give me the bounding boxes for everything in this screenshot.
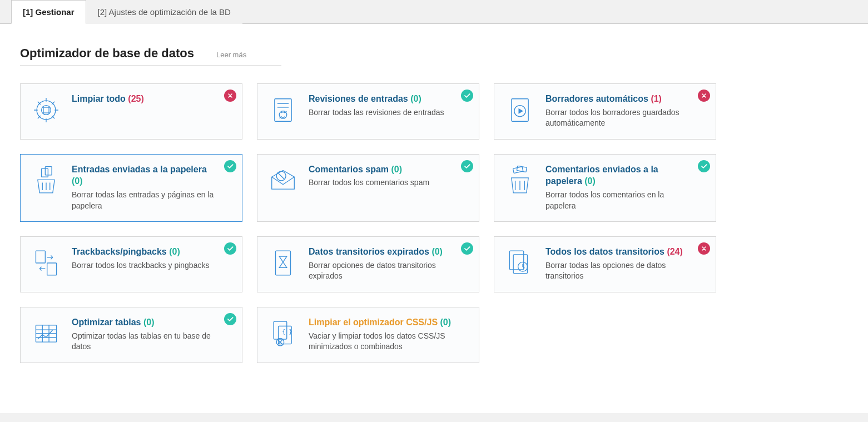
card-title-text: Optimizar tablas: [72, 317, 143, 327]
card-description: Borrar todos los borradores guardados au…: [545, 107, 693, 129]
card-description: Borrar todos los comentarios en la papel…: [545, 190, 693, 211]
card-body: Borradores automáticos (1)Borrar todos l…: [545, 93, 706, 129]
card-trash-comments[interactable]: Comentarios enviados a la papelera (0)Bo…: [494, 154, 716, 222]
svg-rect-17: [513, 166, 523, 173]
card-description: Vaciar y limpiar todos los datos CSS/JS …: [309, 331, 457, 353]
check-icon: [461, 90, 473, 102]
card-title-text: Comentarios enviados a la papelera: [545, 165, 658, 186]
gear-cube-icon: [31, 93, 62, 129]
card-count: (0): [143, 317, 155, 327]
page-title-row: Optimizador de base de datos Leer más: [20, 46, 281, 66]
doc-play-icon: [504, 93, 535, 129]
close-icon: [698, 90, 710, 102]
card-title: Revisiones de entradas (0): [309, 93, 457, 105]
card-title-text: Entradas enviadas a la papelera: [72, 165, 207, 174]
card-gear-cube[interactable]: Limpiar todo (25): [20, 83, 242, 140]
card-title-text: Limpiar todo: [72, 94, 128, 103]
card-body: Comentarios enviados a la papelera (0)Bo…: [545, 163, 706, 211]
card-count: (0): [391, 165, 402, 174]
card-doc-refresh[interactable]: Revisiones de entradas (0)Borrar todas l…: [257, 83, 479, 140]
card-body: Entradas enviadas a la papelera (0)Borra…: [72, 163, 232, 211]
svg-rect-11: [45, 166, 52, 175]
card-trash-files[interactable]: Entradas enviadas a la papelera (0)Borra…: [20, 154, 242, 222]
envelope-spam-icon: [267, 163, 299, 211]
card-title: Comentarios enviados a la papelera (0): [545, 163, 693, 187]
card-body: Comentarios spam (0)Borrar todos los com…: [309, 163, 469, 211]
tab-0[interactable]: [1] Gestionar: [11, 0, 86, 24]
trash-comments-icon: [504, 163, 535, 211]
card-title: Limpiar el optimizador CSS/JS (0): [309, 316, 457, 329]
card-count: (0): [410, 94, 421, 103]
check-icon: [461, 242, 473, 255]
card-title-text: Borradores automáticos: [545, 94, 651, 103]
svg-rect-2: [43, 107, 49, 113]
card-title: Todos los datos transitorios (24): [545, 246, 693, 258]
pages-swap-icon: [31, 246, 62, 282]
card-count: (0): [169, 247, 180, 256]
card-body: Limpiar el optimizador CSS/JS (0)Vaciar …: [309, 316, 469, 353]
page-title: Optimizador de base de datos: [20, 46, 194, 61]
card-title-text: Trackbacks/pingbacks: [72, 247, 169, 256]
card-title-text: Revisiones de entradas: [309, 94, 410, 103]
svg-rect-23: [47, 263, 57, 275]
card-body: Optimizar tablas (0)Optimizar todas las …: [72, 316, 232, 353]
svg-rect-3: [275, 99, 291, 122]
card-count: (0): [584, 176, 596, 186]
close-icon: [224, 90, 236, 102]
svg-rect-25: [509, 251, 523, 270]
card-table-chart[interactable]: Optimizar tablas (0)Optimizar todas las …: [20, 307, 242, 363]
svg-rect-24: [276, 251, 291, 275]
card-title: Optimizar tablas (0): [72, 316, 220, 329]
card-count: (24): [667, 247, 682, 256]
card-envelope-spam[interactable]: Comentarios spam (0)Borrar todos los com…: [257, 154, 479, 222]
card-body: Datos transitorios expirados (0)Borrar o…: [309, 246, 469, 282]
check-icon: [224, 160, 236, 172]
check-icon: [698, 160, 710, 172]
card-description: Borrar todas las revisiones de entradas: [309, 107, 457, 118]
card-description: Borrar todos los comentarios spam: [309, 177, 457, 188]
card-count: (0): [440, 317, 452, 327]
check-icon: [224, 242, 236, 255]
doc-refresh-icon: [267, 93, 299, 129]
trash-files-icon: [31, 163, 62, 211]
table-chart-icon: [31, 316, 62, 353]
read-more-link[interactable]: Leer más: [216, 51, 246, 59]
card-title: Comentarios spam (0): [309, 163, 457, 176]
card-title: Entradas enviadas a la papelera (0): [72, 163, 220, 187]
cards-grid: Limpiar todo (25)Revisiones de entradas …: [20, 83, 848, 363]
page-content: Optimizador de base de datos Leer más Li…: [0, 24, 868, 413]
card-title-text: Todos los datos transitorios: [545, 247, 667, 256]
check-icon: [224, 313, 236, 325]
svg-rect-18: [517, 166, 527, 172]
card-description: Borrar todos los trackbacks y pingbacks: [72, 260, 220, 271]
card-title: Limpiar todo (25): [72, 93, 220, 105]
card-description: Optimizar todas las tablas en tu base de…: [72, 331, 220, 353]
card-pages-swap[interactable]: Trackbacks/pingbacks (0)Borrar todos los…: [20, 236, 242, 292]
card-title: Borradores automáticos (1): [545, 93, 693, 105]
card-count: (25): [128, 94, 143, 103]
card-docs-clock[interactable]: Todos los datos transitorios (24)Borrar …: [494, 236, 716, 292]
card-docs-code[interactable]: { }Limpiar el optimizador CSS/JS (0)Vaci…: [257, 307, 479, 363]
card-description: Borrar todas las entradas y páginas en l…: [72, 190, 220, 211]
svg-point-1: [42, 106, 51, 115]
doc-hourglass-icon: [267, 246, 299, 282]
card-doc-hourglass[interactable]: Datos transitorios expirados (0)Borrar o…: [257, 236, 479, 292]
svg-marker-9: [518, 108, 523, 114]
svg-rect-10: [42, 168, 48, 177]
card-body: Limpiar todo (25): [72, 93, 232, 129]
card-description: Borrar opciones de datos transitorios ex…: [309, 260, 457, 282]
card-body: Revisiones de entradas (0)Borrar todas l…: [309, 93, 469, 129]
svg-line-16: [278, 172, 285, 179]
card-title-text: Comentarios spam: [309, 165, 391, 174]
card-title-text: Datos transitorios expirados: [309, 247, 431, 256]
card-count: (0): [431, 247, 443, 256]
svg-text:{ }: { }: [282, 329, 292, 335]
tab-1[interactable]: [2] Ajustes de optimización de la BD: [86, 0, 242, 24]
card-doc-play[interactable]: Borradores automáticos (1)Borrar todos l…: [494, 83, 716, 140]
docs-code-icon: { }: [267, 316, 299, 353]
card-title: Trackbacks/pingbacks (0): [72, 246, 220, 258]
check-icon: [461, 160, 473, 172]
card-title: Datos transitorios expirados (0): [309, 246, 457, 258]
docs-clock-icon: [504, 246, 535, 282]
card-count: (0): [72, 176, 83, 186]
